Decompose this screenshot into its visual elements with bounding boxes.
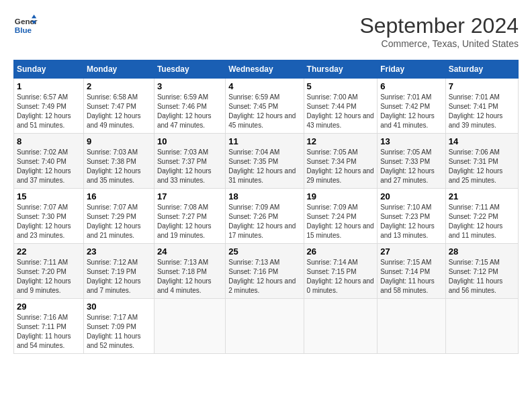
calendar-cell: 4 Sunrise: 6:59 AMSunset: 7:45 PMDayligh… — [226, 79, 304, 134]
calendar-cell — [445, 299, 518, 354]
day-detail: Sunrise: 7:03 AMSunset: 7:38 PMDaylight:… — [87, 148, 141, 184]
day-number: 25 — [228, 246, 300, 257]
calendar-cell: 9 Sunrise: 7:03 AMSunset: 7:38 PMDayligh… — [83, 134, 154, 189]
header-friday: Friday — [378, 60, 446, 79]
calendar-header: SundayMondayTuesdayWednesdayThursdayFrid… — [14, 60, 519, 79]
day-detail: Sunrise: 7:05 AMSunset: 7:34 PMDaylight:… — [307, 148, 374, 184]
calendar-cell: 12 Sunrise: 7:05 AMSunset: 7:34 PMDaylig… — [304, 134, 378, 189]
day-number: 21 — [449, 191, 515, 201]
calendar-cell — [378, 299, 446, 354]
day-number: 11 — [228, 136, 300, 146]
calendar-cell: 23 Sunrise: 7:12 AMSunset: 7:19 PMDaylig… — [83, 244, 154, 299]
day-number: 30 — [87, 302, 151, 312]
day-detail: Sunrise: 7:09 AMSunset: 7:24 PMDaylight:… — [307, 203, 374, 239]
day-detail: Sunrise: 7:15 AMSunset: 7:12 PMDaylight:… — [449, 259, 503, 294]
day-detail: Sunrise: 7:17 AMSunset: 7:09 PMDaylight:… — [87, 314, 141, 349]
header-wednesday: Wednesday — [226, 60, 304, 79]
page-subtitle: Commerce, Texas, United States — [359, 38, 519, 49]
header-tuesday: Tuesday — [154, 60, 225, 79]
calendar-cell: 25 Sunrise: 7:13 AMSunset: 7:16 PMDaylig… — [226, 244, 304, 299]
calendar-cell — [226, 299, 304, 354]
day-number: 1 — [17, 81, 81, 91]
calendar-cell: 10 Sunrise: 7:03 AMSunset: 7:37 PMDaylig… — [154, 134, 225, 189]
calendar-cell: 15 Sunrise: 7:07 AMSunset: 7:30 PMDaylig… — [14, 189, 84, 244]
day-number: 24 — [157, 246, 222, 257]
calendar-cell: 29 Sunrise: 7:16 AMSunset: 7:11 PMDaylig… — [14, 299, 84, 354]
calendar-cell: 18 Sunrise: 7:09 AMSunset: 7:26 PMDaylig… — [226, 189, 304, 244]
page-title: September 2024 — [359, 13, 519, 38]
header-monday: Monday — [83, 60, 154, 79]
calendar-cell — [154, 299, 225, 354]
day-detail: Sunrise: 7:01 AMSunset: 7:41 PMDaylight:… — [449, 93, 503, 129]
day-detail: Sunrise: 7:13 AMSunset: 7:18 PMDaylight:… — [157, 259, 212, 294]
calendar-cell: 27 Sunrise: 7:15 AMSunset: 7:14 PMDaylig… — [378, 244, 446, 299]
day-detail: Sunrise: 7:03 AMSunset: 7:37 PMDaylight:… — [157, 148, 212, 184]
day-detail: Sunrise: 7:15 AMSunset: 7:14 PMDaylight:… — [380, 259, 435, 294]
day-detail: Sunrise: 7:06 AMSunset: 7:31 PMDaylight:… — [449, 148, 503, 184]
day-number: 9 — [87, 136, 151, 146]
day-detail: Sunrise: 6:58 AMSunset: 7:47 PMDaylight:… — [87, 93, 141, 129]
day-detail: Sunrise: 7:05 AMSunset: 7:33 PMDaylight:… — [380, 148, 435, 184]
day-detail: Sunrise: 7:11 AMSunset: 7:20 PMDaylight:… — [17, 259, 71, 294]
day-number: 22 — [17, 246, 81, 257]
calendar-cell: 13 Sunrise: 7:05 AMSunset: 7:33 PMDaylig… — [378, 134, 446, 189]
calendar-cell: 28 Sunrise: 7:15 AMSunset: 7:12 PMDaylig… — [445, 244, 518, 299]
page-header: General Blue September 2024 Commerce, Te… — [13, 13, 519, 49]
day-detail: Sunrise: 7:00 AMSunset: 7:44 PMDaylight:… — [307, 93, 374, 129]
calendar-week-3: 15 Sunrise: 7:07 AMSunset: 7:30 PMDaylig… — [14, 189, 519, 244]
calendar-cell: 11 Sunrise: 7:04 AMSunset: 7:35 PMDaylig… — [226, 134, 304, 189]
calendar-week-4: 22 Sunrise: 7:11 AMSunset: 7:20 PMDaylig… — [14, 244, 519, 299]
day-number: 8 — [17, 136, 81, 146]
calendar-cell: 19 Sunrise: 7:09 AMSunset: 7:24 PMDaylig… — [304, 189, 378, 244]
day-number: 14 — [449, 136, 515, 146]
day-detail: Sunrise: 7:10 AMSunset: 7:23 PMDaylight:… — [380, 203, 435, 239]
day-detail: Sunrise: 7:02 AMSunset: 7:40 PMDaylight:… — [17, 148, 71, 184]
header-sunday: Sunday — [14, 60, 84, 79]
day-number: 28 — [449, 246, 515, 257]
day-number: 18 — [228, 191, 300, 201]
calendar-cell — [304, 299, 378, 354]
day-detail: Sunrise: 7:13 AMSunset: 7:16 PMDaylight:… — [228, 259, 296, 294]
calendar-week-1: 1 Sunrise: 6:57 AMSunset: 7:49 PMDayligh… — [14, 79, 519, 134]
day-number: 12 — [307, 136, 375, 146]
header-thursday: Thursday — [304, 60, 378, 79]
calendar-cell: 21 Sunrise: 7:11 AMSunset: 7:22 PMDaylig… — [445, 189, 518, 244]
day-number: 26 — [307, 246, 375, 257]
day-number: 29 — [17, 302, 81, 312]
day-number: 3 — [157, 81, 222, 91]
calendar-cell: 22 Sunrise: 7:11 AMSunset: 7:20 PMDaylig… — [14, 244, 84, 299]
calendar-week-2: 8 Sunrise: 7:02 AMSunset: 7:40 PMDayligh… — [14, 134, 519, 189]
calendar-cell: 3 Sunrise: 6:59 AMSunset: 7:46 PMDayligh… — [154, 79, 225, 134]
header-row: SundayMondayTuesdayWednesdayThursdayFrid… — [14, 60, 519, 79]
calendar-cell: 5 Sunrise: 7:00 AMSunset: 7:44 PMDayligh… — [304, 79, 378, 134]
day-detail: Sunrise: 7:01 AMSunset: 7:42 PMDaylight:… — [380, 93, 435, 129]
calendar-cell: 17 Sunrise: 7:08 AMSunset: 7:27 PMDaylig… — [154, 189, 225, 244]
header-saturday: Saturday — [445, 60, 518, 79]
calendar-cell: 20 Sunrise: 7:10 AMSunset: 7:23 PMDaylig… — [378, 189, 446, 244]
svg-text:Blue: Blue — [15, 26, 32, 34]
logo: General Blue — [13, 13, 38, 38]
day-detail: Sunrise: 7:07 AMSunset: 7:30 PMDaylight:… — [17, 203, 71, 239]
day-number: 4 — [228, 81, 300, 91]
day-number: 13 — [380, 136, 443, 146]
logo-icon: General Blue — [13, 13, 38, 38]
calendar-cell: 26 Sunrise: 7:14 AMSunset: 7:15 PMDaylig… — [304, 244, 378, 299]
day-number: 7 — [449, 81, 515, 91]
day-detail: Sunrise: 7:08 AMSunset: 7:27 PMDaylight:… — [157, 203, 212, 239]
day-detail: Sunrise: 6:59 AMSunset: 7:46 PMDaylight:… — [157, 93, 212, 129]
day-detail: Sunrise: 7:11 AMSunset: 7:22 PMDaylight:… — [449, 203, 503, 239]
day-detail: Sunrise: 7:07 AMSunset: 7:29 PMDaylight:… — [87, 203, 141, 239]
day-number: 2 — [87, 81, 151, 91]
day-detail: Sunrise: 7:16 AMSunset: 7:11 PMDaylight:… — [17, 314, 71, 349]
day-number: 23 — [87, 246, 151, 257]
day-detail: Sunrise: 7:04 AMSunset: 7:35 PMDaylight:… — [228, 148, 296, 184]
calendar-table: SundayMondayTuesdayWednesdayThursdayFrid… — [13, 60, 519, 354]
day-number: 5 — [307, 81, 375, 91]
calendar-cell: 6 Sunrise: 7:01 AMSunset: 7:42 PMDayligh… — [378, 79, 446, 134]
title-area: September 2024 Commerce, Texas, United S… — [359, 13, 519, 49]
calendar-week-5: 29 Sunrise: 7:16 AMSunset: 7:11 PMDaylig… — [14, 299, 519, 354]
day-number: 10 — [157, 136, 222, 146]
day-number: 19 — [307, 191, 375, 201]
calendar-cell: 14 Sunrise: 7:06 AMSunset: 7:31 PMDaylig… — [445, 134, 518, 189]
day-number: 15 — [17, 191, 81, 201]
